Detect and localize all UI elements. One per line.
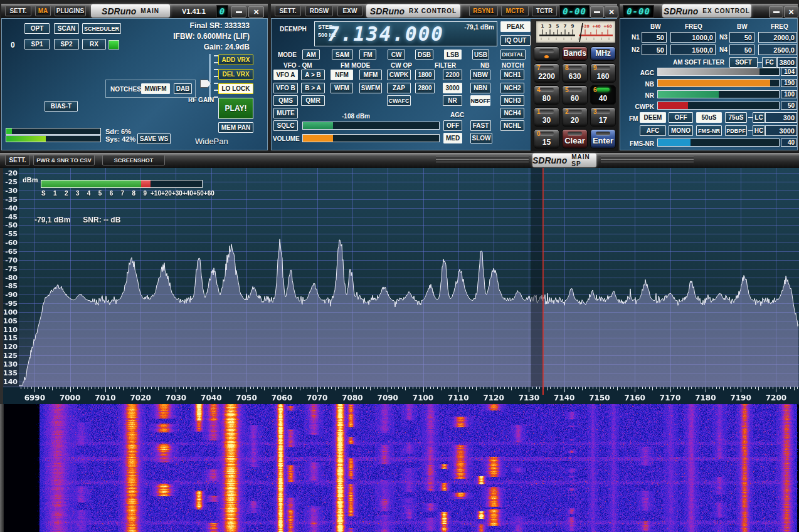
zap-button[interactable]: ZAP (387, 83, 411, 93)
mono-button[interactable]: MONO (669, 125, 693, 136)
n3-bw-input[interactable]: 50 (729, 32, 754, 43)
sp2-button[interactable]: SP2 (54, 39, 79, 50)
agc-fast-button[interactable]: FAST (470, 120, 491, 131)
keypad-7-key[interactable]: 72200 (534, 63, 559, 83)
filter-2200-button[interactable]: 2200 (443, 70, 462, 80)
fms-nr-button[interactable]: FMS-NR (696, 125, 722, 136)
volume-slider[interactable] (302, 134, 440, 142)
afc-button[interactable]: AFC (640, 125, 666, 136)
spectrum-canvas[interactable] (0, 168, 799, 387)
keypad-1-key[interactable]: 130 (534, 107, 559, 127)
cwpk-slider[interactable] (657, 102, 780, 110)
mode-fm-button[interactable]: FM (359, 50, 376, 60)
keypad-enter-key[interactable]: Enter (590, 129, 616, 149)
wfm-button[interactable]: WFM (331, 83, 353, 93)
filter-2800-button[interactable]: 2800 (415, 83, 435, 93)
mode-am-button[interactable]: AM (302, 50, 320, 60)
n4-freq-input[interactable]: 2500,0 (758, 44, 797, 55)
squelch-slider[interactable] (302, 122, 440, 130)
mute-button[interactable]: MUTE (273, 108, 298, 118)
fms-nr-slider[interactable] (657, 138, 780, 147)
soft-button[interactable]: SOFT (729, 57, 758, 68)
main-title-plate[interactable]: SDRuno MAIN (91, 4, 170, 18)
rx-sett-button[interactable]: SETT. (275, 6, 301, 16)
pwr-snr-csv-button[interactable]: PWR & SNR TO CSV (33, 155, 95, 165)
rsyn1-button[interactable]: RSYN1 (469, 6, 498, 16)
n2-bw-input[interactable]: 50 (642, 44, 667, 55)
sp-title-plate[interactable]: SDRuno MAIN SP (532, 154, 596, 167)
vfo-a-button[interactable]: VFO A (273, 70, 298, 80)
ex-minimize-button[interactable] (769, 6, 783, 18)
cwafc-button[interactable]: CWAFC (387, 95, 411, 106)
n3-freq-input[interactable]: 2000,0 (758, 32, 797, 43)
agc-slow-button[interactable]: SLOW (470, 133, 492, 143)
filter-3000-button[interactable]: 3000 (443, 83, 462, 93)
waterfall-canvas[interactable] (0, 404, 799, 532)
mem-pan-button[interactable]: MEM PAN (218, 122, 253, 133)
mode-usb-button[interactable]: USB (472, 50, 489, 60)
nch1-button[interactable]: NCH1 (500, 70, 524, 80)
nr-button[interactable]: NR (443, 95, 462, 106)
lo-lock-button[interactable]: LO LOCK (218, 83, 253, 94)
agc-slider[interactable] (657, 68, 780, 76)
n4-bw-input[interactable]: 50 (729, 44, 754, 55)
nb-slider[interactable] (657, 79, 780, 87)
keypad-clear-key[interactable]: Clear (562, 129, 588, 149)
mode-lsb-button[interactable]: LSB (444, 50, 462, 60)
nbn-button[interactable]: NBN (470, 83, 490, 93)
keypad-bands-key[interactable]: Bands (562, 46, 588, 61)
rx-title-plate[interactable]: SDRuno RX CONTROL (366, 4, 460, 18)
rx-minimize-button[interactable] (590, 6, 604, 18)
frequency-display[interactable]: STEP: 500 Hz 7.134.000 -79,1 dBm (314, 21, 497, 46)
tuned-frequency[interactable]: 7.134.000 (315, 23, 457, 45)
lc-value-input[interactable]: 300 (765, 112, 797, 123)
agc-med-button[interactable]: MED (443, 133, 462, 143)
deemph-75us-button[interactable]: 75uS (725, 112, 747, 123)
main-close-button[interactable]: ✕ (248, 6, 264, 18)
fc-button[interactable]: FC (762, 57, 777, 68)
a-to-b-button[interactable]: A > B (301, 70, 325, 80)
hc-button[interactable]: HC (753, 125, 765, 136)
del-vrx-button[interactable]: DEL VRX (218, 69, 253, 80)
cwpk-button[interactable]: CWPK (387, 70, 411, 80)
keypad-5-key[interactable]: 560 (562, 85, 588, 105)
rx-titlebar[interactable]: SETT. RDSW EXW SDRuno RX CONTROL RSYN1 M… (271, 4, 617, 18)
add-vrx-button[interactable]: ADD VRX (218, 55, 253, 65)
sp-titlebar[interactable]: SETT. PWR & SNR TO CSV SCREENSHOT SDRuno… (0, 153, 799, 168)
plugins-button[interactable]: PLUGINS (55, 6, 86, 16)
screenshot-button[interactable]: SCREENSHOT (102, 155, 165, 165)
rf-gain-slider-track[interactable] (209, 54, 211, 100)
keypad-mhz-key[interactable]: MHz (590, 46, 616, 61)
pdbpf-button[interactable]: PDBPF (725, 125, 747, 136)
b-to-a-button[interactable]: B > A (301, 83, 325, 93)
qms-button[interactable]: QMS (273, 95, 298, 106)
keypad-3-key[interactable]: 317 (590, 107, 616, 127)
tctr-button[interactable]: TCTR (532, 6, 557, 16)
right-grip[interactable] (601, 157, 694, 164)
fc-value-input[interactable]: 3800 (777, 57, 797, 68)
mode-sam-button[interactable]: SAM (332, 50, 353, 60)
main-minimize-button[interactable] (231, 6, 246, 18)
sp-sett-button[interactable]: SETT. (5, 155, 30, 165)
nbw-button[interactable]: NBW (470, 70, 490, 80)
nch4-button[interactable]: NCH4 (500, 108, 524, 118)
keypad-8-key[interactable]: 8630 (562, 63, 588, 83)
save-ws-button[interactable]: SAVE WS (137, 133, 171, 144)
play-button[interactable]: PLAY! (218, 98, 253, 119)
ex-titlebar[interactable]: 0-00 SDRuno EX CONTROL ✕ (620, 4, 798, 18)
ex-close-button[interactable]: ✕ (784, 6, 798, 18)
n1-freq-input[interactable]: 1000,0 (670, 32, 716, 43)
fm-off-button[interactable]: OFF (669, 112, 693, 123)
nboff-button[interactable]: NBOFF (470, 95, 490, 106)
nch3-button[interactable]: NCH3 (500, 95, 524, 106)
mw-fm-notch-button[interactable]: MW/FM (141, 83, 170, 94)
deemph-50us-button[interactable]: 50uS (696, 112, 722, 123)
dab-notch-button[interactable]: DAB (174, 83, 192, 94)
nchl-button[interactable]: NCHL (500, 120, 524, 131)
mfm-button[interactable]: MFM (359, 70, 382, 80)
keypad-decimal-key[interactable] (534, 46, 559, 61)
main-sett-button[interactable]: SETT. (5, 6, 31, 16)
scheduler-button[interactable]: SCHEDULER (82, 23, 121, 34)
iq-out-button[interactable]: IQ OUT (500, 35, 531, 46)
bias-t-button[interactable]: BIAS-T (45, 101, 78, 112)
